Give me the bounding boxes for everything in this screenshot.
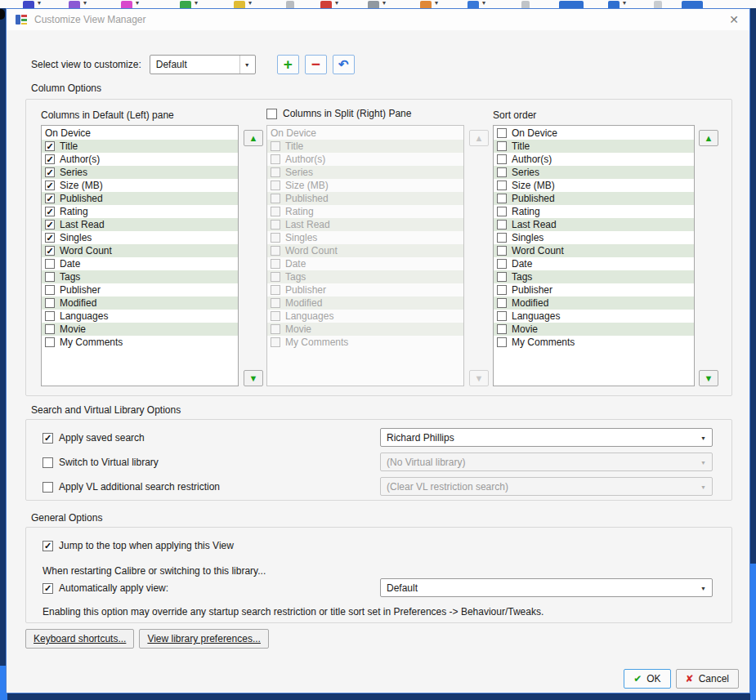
option-dropdown[interactable]: Richard Phillips▼ xyxy=(380,428,713,447)
auto-apply-view-dropdown[interactable]: Default ▼ xyxy=(380,578,713,597)
item-checkbox[interactable]: ✓ xyxy=(45,207,55,216)
jump-top-checkbox[interactable]: ✓ xyxy=(42,541,53,551)
list-item[interactable]: On Device xyxy=(494,127,694,140)
item-checkbox[interactable]: ✓ xyxy=(45,154,55,164)
split-pane-header: Columns in Split (Right) Pane xyxy=(266,108,411,119)
item-checkbox[interactable] xyxy=(497,181,507,190)
move-down-button[interactable]: ▼ xyxy=(244,370,263,386)
list-item[interactable]: Title xyxy=(494,140,694,153)
view-selector-dropdown[interactable]: Default ▼ xyxy=(150,55,256,74)
list-item[interactable]: ✓Singles xyxy=(42,231,238,244)
list-item[interactable]: ✓Published xyxy=(42,192,238,205)
item-checkbox[interactable] xyxy=(497,220,507,230)
list-item[interactable]: ✓Author(s) xyxy=(42,153,238,166)
sort-up-button[interactable]: ▲ xyxy=(699,130,718,146)
option-checkbox[interactable]: ✓ xyxy=(42,433,53,444)
list-item[interactable]: ✓Size (MB) xyxy=(42,179,238,192)
list-item[interactable]: Tags xyxy=(494,270,694,283)
list-item[interactable]: Languages xyxy=(42,310,238,323)
list-item[interactable]: My Comments xyxy=(42,336,238,349)
item-checkbox[interactable] xyxy=(497,272,507,282)
list-item[interactable]: Size (MB) xyxy=(494,179,694,192)
list-item[interactable]: Modified xyxy=(494,296,694,310)
item-checkbox[interactable] xyxy=(497,285,507,295)
option-dropdown: (Clear VL restriction search)▼ xyxy=(380,477,713,496)
item-checkbox[interactable]: ✓ xyxy=(45,167,55,177)
item-checkbox[interactable] xyxy=(45,311,55,321)
list-item[interactable]: Languages xyxy=(494,310,694,323)
auto-apply-view-value: Default xyxy=(387,582,418,594)
item-checkbox[interactable] xyxy=(497,207,507,216)
item-checkbox[interactable] xyxy=(45,298,55,308)
item-checkbox[interactable] xyxy=(497,259,507,269)
sort-order-list[interactable]: On DeviceTitleAuthor(s)SeriesSize (MB)Pu… xyxy=(493,125,695,386)
list-item[interactable]: Movie xyxy=(42,323,238,336)
list-item[interactable]: ✓Series xyxy=(42,166,238,179)
columns-left-list[interactable]: On Device✓Title✓Author(s)✓Series✓Size (M… xyxy=(41,125,239,386)
toolbar-icon xyxy=(420,1,432,8)
item-checkbox[interactable] xyxy=(497,337,507,347)
item-checkbox[interactable] xyxy=(497,311,507,321)
item-checkbox[interactable] xyxy=(497,167,507,177)
item-checkbox[interactable] xyxy=(497,128,507,138)
item-checkbox[interactable] xyxy=(497,298,507,308)
list-item: Word Count xyxy=(267,244,463,257)
list-item[interactable]: Series xyxy=(494,166,694,179)
item-checkbox[interactable]: ✓ xyxy=(45,194,55,203)
list-item[interactable]: Date xyxy=(494,257,694,270)
item-checkbox[interactable] xyxy=(497,324,507,334)
item-checkbox[interactable] xyxy=(497,141,507,151)
item-checkbox[interactable] xyxy=(45,324,55,334)
list-item[interactable]: ✓Word Count xyxy=(42,244,238,257)
close-icon[interactable]: ✕ xyxy=(727,12,741,27)
list-item[interactable]: Publisher xyxy=(42,283,238,296)
item-checkbox[interactable] xyxy=(45,285,55,295)
item-checkbox[interactable]: ✓ xyxy=(45,181,55,190)
option-checkbox[interactable] xyxy=(42,482,53,493)
view-library-preferences-button[interactable]: View library preferences... xyxy=(139,629,269,649)
auto-apply-checkbox[interactable]: ✓ xyxy=(42,583,53,594)
remove-view-button[interactable]: − xyxy=(305,55,327,74)
list-item[interactable]: Last Read xyxy=(494,218,694,231)
item-checkbox[interactable] xyxy=(497,246,507,256)
item-checkbox[interactable] xyxy=(497,233,507,243)
list-item[interactable]: Published xyxy=(494,192,694,205)
cancel-button[interactable]: ✘ Cancel xyxy=(676,669,739,689)
item-checkbox xyxy=(271,141,280,151)
undo-button[interactable]: ↶ xyxy=(333,55,355,74)
list-item[interactable]: Rating xyxy=(494,205,694,218)
list-item[interactable]: Tags xyxy=(42,270,238,283)
item-checkbox[interactable]: ✓ xyxy=(45,246,55,256)
list-item[interactable]: ✓Last Read xyxy=(42,218,238,231)
list-item[interactable]: Word Count xyxy=(494,244,694,257)
list-item[interactable]: My Comments xyxy=(494,336,694,349)
list-item[interactable]: Singles xyxy=(494,231,694,244)
list-item[interactable]: ✓Title xyxy=(42,140,238,153)
list-item[interactable]: Date xyxy=(42,257,238,270)
item-checkbox[interactable]: ✓ xyxy=(45,220,55,230)
item-checkbox[interactable]: ✓ xyxy=(45,233,55,243)
item-checkbox[interactable] xyxy=(45,337,55,347)
list-item[interactable]: On Device xyxy=(42,127,238,140)
list-item-label: Date xyxy=(285,257,306,270)
item-checkbox[interactable]: ✓ xyxy=(45,141,55,151)
list-item[interactable]: ✓Rating xyxy=(42,205,238,218)
list-item[interactable]: Author(s) xyxy=(494,153,694,166)
item-checkbox[interactable] xyxy=(497,194,507,203)
add-view-button[interactable]: + xyxy=(277,55,299,74)
list-item[interactable]: Modified xyxy=(42,296,238,310)
split-pane-checkbox[interactable] xyxy=(266,109,277,119)
toolbar-icon xyxy=(608,1,620,8)
option-checkbox[interactable] xyxy=(42,457,53,468)
move-up-button[interactable]: ▲ xyxy=(244,130,263,146)
toolbar-icon xyxy=(23,1,34,8)
item-checkbox[interactable] xyxy=(45,259,55,269)
sort-down-button[interactable]: ▼ xyxy=(699,370,718,386)
item-checkbox[interactable] xyxy=(497,154,507,164)
item-checkbox[interactable] xyxy=(45,272,55,282)
keyboard-shortcuts-button[interactable]: Keyboard shortcuts... xyxy=(25,629,134,649)
list-item: Movie xyxy=(267,323,463,336)
list-item[interactable]: Movie xyxy=(494,323,694,336)
ok-button[interactable]: ✔ OK xyxy=(624,669,670,689)
list-item[interactable]: Publisher xyxy=(494,283,694,296)
